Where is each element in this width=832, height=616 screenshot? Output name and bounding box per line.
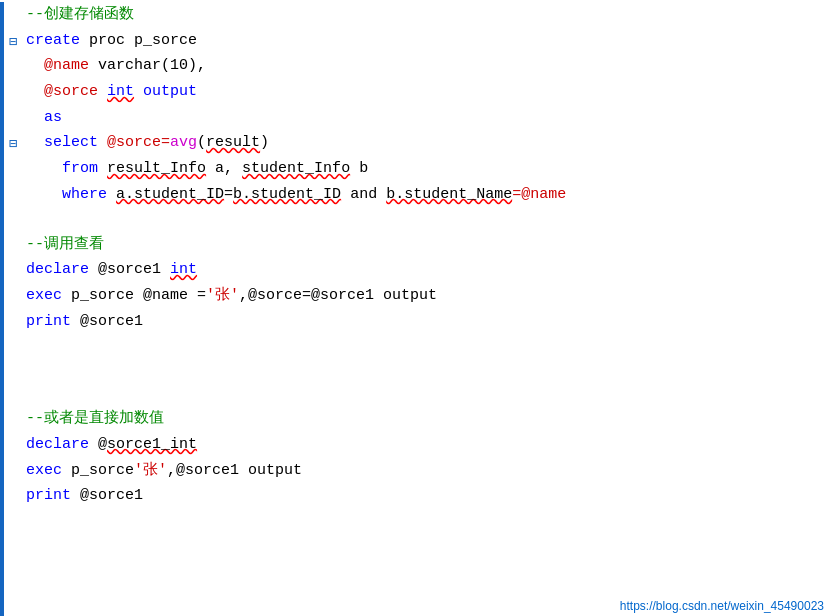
- token: proc p_sorce: [80, 32, 197, 49]
- fold-btn-9: [4, 208, 22, 211]
- token: varchar(10),: [89, 57, 206, 74]
- token: @sorce=: [98, 134, 170, 151]
- token: print: [26, 313, 71, 330]
- fold-btn-7: [4, 156, 22, 159]
- line-6: ⊟ select @sorce=avg(result): [4, 130, 832, 156]
- token: int: [107, 83, 134, 100]
- fold-btn-18: [4, 432, 22, 435]
- token: @sorce1: [89, 261, 170, 278]
- token: avg: [170, 134, 197, 151]
- fold-btn-12: [4, 283, 22, 286]
- token: @sorce1_int: [98, 436, 197, 453]
- fold-btn-4: [4, 79, 22, 82]
- code-line-20: print @sorce1: [22, 483, 832, 509]
- fold-btn-17: [4, 406, 22, 409]
- line-15: [4, 358, 832, 382]
- token: result_Info: [107, 160, 206, 177]
- token: exec: [26, 462, 62, 479]
- line-12: exec p_sorce @name ='张',@sorce=@sorce1 o…: [4, 283, 832, 309]
- fold-btn-20: [4, 483, 22, 486]
- fold-btn-16: [4, 382, 22, 385]
- token: @sorce1: [71, 487, 143, 504]
- token: '张': [134, 462, 167, 479]
- token: (: [197, 134, 206, 151]
- fold-btn-5: [4, 105, 22, 108]
- token: ): [260, 134, 269, 151]
- fold-btn-10: [4, 232, 22, 235]
- token: exec: [26, 287, 62, 304]
- token: [98, 83, 107, 100]
- token: --调用查看: [26, 236, 104, 253]
- token: select: [44, 134, 98, 151]
- fold-btn-1: [4, 2, 22, 5]
- code-line-13: print @sorce1: [22, 309, 832, 335]
- token: ,@sorce=@sorce1 output: [239, 287, 437, 304]
- token: where: [62, 186, 107, 203]
- fold-btn-15: [4, 358, 22, 361]
- code-line-15: [22, 358, 832, 360]
- fold-btn-14: [4, 334, 22, 337]
- token: p_sorce: [62, 462, 134, 479]
- token: @sorce: [44, 83, 98, 100]
- token: result: [206, 134, 260, 151]
- fold-btn-3: [4, 53, 22, 56]
- code-line-16: [22, 382, 832, 384]
- token: declare: [26, 436, 89, 453]
- line-16: [4, 382, 832, 406]
- line-20: print @sorce1: [4, 483, 832, 509]
- code-line-11: declare @sorce1 int: [22, 257, 832, 283]
- code-line-19: exec p_sorce'张',@sorce1 output: [22, 458, 832, 484]
- token: output: [134, 83, 197, 100]
- code-line-3: @name varchar(10),: [22, 53, 832, 79]
- fold-btn-6[interactable]: ⊟: [4, 130, 22, 155]
- token: b.student_ID: [233, 186, 341, 203]
- token: ,@sorce1 output: [167, 462, 302, 479]
- line-13: print @sorce1: [4, 309, 832, 335]
- code-line-10: --调用查看: [22, 232, 832, 258]
- token: b.student_Name: [386, 186, 512, 203]
- token: a,: [206, 160, 233, 177]
- token: print: [26, 487, 71, 504]
- line-9: [4, 208, 832, 232]
- line-18: declare @sorce1_int: [4, 432, 832, 458]
- fold-btn-11: [4, 257, 22, 260]
- token: =: [224, 186, 233, 203]
- code-line-2: create proc p_sorce: [22, 28, 832, 54]
- url-bar: https://blog.csdn.net/weixin_45490023: [620, 597, 824, 616]
- line-1: --创建存储函数: [4, 2, 832, 28]
- token: '张': [206, 287, 239, 304]
- token: --或者是直接加数值: [26, 410, 164, 427]
- code-line-6: select @sorce=avg(result): [22, 130, 832, 156]
- line-14: [4, 334, 832, 358]
- fold-btn-2[interactable]: ⊟: [4, 28, 22, 53]
- code-line-7: from result_Info a, student_Info b: [22, 156, 832, 182]
- code-line-5: as: [22, 105, 832, 131]
- token: p_sorce @name =: [62, 287, 206, 304]
- line-4: @sorce int output: [4, 79, 832, 105]
- code-line-14: [22, 334, 832, 336]
- line-3: @name varchar(10),: [4, 53, 832, 79]
- line-7: from result_Info a, student_Info b: [4, 156, 832, 182]
- token: and: [341, 186, 386, 203]
- line-10: --调用查看: [4, 232, 832, 258]
- fold-btn-8: [4, 182, 22, 185]
- token: declare: [26, 261, 89, 278]
- token: [233, 160, 242, 177]
- token: @sorce1: [71, 313, 143, 330]
- line-11: declare @sorce1 int: [4, 257, 832, 283]
- code-line-17: --或者是直接加数值: [22, 406, 832, 432]
- code-line-9: [22, 208, 832, 210]
- token: [98, 160, 107, 177]
- line-5: as: [4, 105, 832, 131]
- token: student_Info: [242, 160, 350, 177]
- line-2: ⊟create proc p_sorce: [4, 28, 832, 54]
- token: int: [170, 261, 197, 278]
- fold-btn-13: [4, 309, 22, 312]
- code-line-8: where a.student_ID=b.student_ID and b.st…: [22, 182, 832, 208]
- code-line-1: --创建存储函数: [22, 2, 832, 28]
- line-19: exec p_sorce'张',@sorce1 output: [4, 458, 832, 484]
- token: @name: [44, 57, 89, 74]
- token: from: [62, 160, 98, 177]
- line-8: where a.student_ID=b.student_ID and b.st…: [4, 182, 832, 208]
- code-line-18: declare @sorce1_int: [22, 432, 832, 458]
